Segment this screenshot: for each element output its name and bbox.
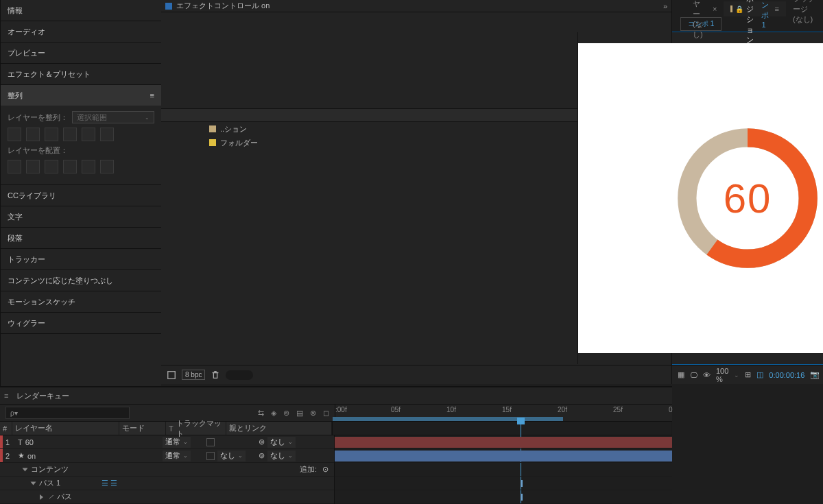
distribute-button[interactable] xyxy=(63,160,77,173)
align-button[interactable] xyxy=(45,128,58,141)
motion-blur-icon[interactable]: ⊚ xyxy=(283,409,289,418)
frame-blend-icon[interactable]: ◈ xyxy=(271,409,276,418)
layer-row[interactable]: 2 ★ on 通常⌄ なし⌄ ⊚なし⌄ xyxy=(0,449,334,463)
distribute-button[interactable] xyxy=(82,160,95,173)
trackmatte-toggle[interactable] xyxy=(206,452,215,460)
comp-color-icon xyxy=(730,5,732,12)
panel-title: トラッカー xyxy=(8,254,45,265)
right-panel: 情報オーディオプレビューエフェクト＆プリセット整列≡ レイヤーを整列：選択範囲⌄… xyxy=(0,0,161,386)
composition-canvas[interactable]: 60 xyxy=(578,43,824,353)
parent-dropdown[interactable]: なし⌄ xyxy=(267,451,296,461)
distribute-button[interactable] xyxy=(26,160,40,173)
layer-row[interactable]: 1 T 60 通常⌄ ⊚なし⌄ xyxy=(0,435,334,449)
panel-header-6[interactable]: 文字 xyxy=(1,206,161,227)
align-button[interactable] xyxy=(63,128,77,141)
align-button[interactable] xyxy=(82,128,95,141)
brain-icon[interactable]: ⊗ xyxy=(310,409,316,418)
layer-index: 1 xyxy=(3,438,12,446)
panel-menu-icon[interactable]: ≡ xyxy=(774,5,778,13)
zoom-slider[interactable] xyxy=(226,370,253,380)
panel-header-8[interactable]: トラッカー xyxy=(1,249,161,269)
blend-mode-dropdown[interactable]: 通常⌄ xyxy=(163,437,191,448)
tab-composition[interactable]: 🔒 コンポジション コンポ 1 ≡ xyxy=(724,1,785,16)
panel-header-7[interactable]: 段落 xyxy=(1,228,161,248)
align-button[interactable] xyxy=(8,128,21,141)
zoom-value[interactable]: 100 % xyxy=(716,367,728,383)
composition-viewer[interactable]: 60 xyxy=(672,32,823,365)
bpc-button[interactable]: 8 bpc xyxy=(182,370,205,380)
distribute-button[interactable] xyxy=(45,160,58,173)
expand-chevron-icon[interactable]: » xyxy=(663,2,667,10)
property-track[interactable] xyxy=(335,477,672,490)
panel-header-5[interactable]: CCライブラリ xyxy=(1,185,161,206)
align-button[interactable] xyxy=(100,128,114,141)
distribute-button[interactable] xyxy=(8,160,21,173)
snapshot-icon[interactable]: 📷 xyxy=(810,370,820,380)
dropdown-arrow-icon[interactable]: ⌄ xyxy=(734,372,739,379)
col-mode[interactable]: モード xyxy=(119,422,166,435)
panel-header-10[interactable]: モーションスケッチ xyxy=(1,291,161,312)
pickwhip-icon[interactable]: ⊚ xyxy=(259,451,265,460)
align-label: レイヤーを整列： xyxy=(8,112,68,123)
property-row[interactable]: パス 1☰ ☰ xyxy=(0,477,334,490)
layer-bar[interactable] xyxy=(335,437,672,448)
panel-header-2[interactable]: プレビュー xyxy=(1,43,161,63)
current-time[interactable]: 0:00:00:16 xyxy=(769,371,804,379)
keyframe-icon[interactable] xyxy=(521,494,523,501)
panel-header-1[interactable]: オーディオ xyxy=(1,21,161,42)
panel-header-9[interactable]: コンテンツに応じた塗りつぶし xyxy=(1,270,161,291)
keyframe-icon[interactable] xyxy=(521,480,523,487)
magnify-icon[interactable]: ▦ xyxy=(678,370,684,380)
twirl-icon[interactable] xyxy=(40,494,43,500)
align-button[interactable] xyxy=(26,128,40,141)
project-settings-icon[interactable] xyxy=(167,370,176,380)
property-row[interactable]: コンテンツ追加:⊙ xyxy=(0,463,334,477)
property-row[interactable]: ⟋ パス xyxy=(0,490,334,504)
monitor-icon[interactable]: 🖵 xyxy=(690,370,697,380)
twirl-icon[interactable] xyxy=(31,481,36,485)
trash-icon[interactable] xyxy=(211,370,220,380)
panel-header-11[interactable]: ウィグラー xyxy=(1,313,161,333)
pickwhip-icon[interactable]: ⊚ xyxy=(259,437,265,446)
tab-footage[interactable]: フッテージ (なし) xyxy=(786,1,823,16)
guides-icon[interactable]: ◫ xyxy=(756,370,763,380)
panel-header-3[interactable]: エフェクト＆プリセット xyxy=(1,64,161,84)
distribute-button[interactable] xyxy=(100,160,114,173)
lock-icon[interactable]: 🔒 xyxy=(735,5,743,13)
render-queue-tab[interactable]: レンダーキュー xyxy=(16,391,69,401)
grid-icon[interactable]: ⊞ xyxy=(745,370,751,380)
parent-dropdown[interactable]: なし⌄ xyxy=(267,437,296,448)
layer-name[interactable]: T 60 xyxy=(12,438,163,446)
add-button-icon[interactable]: ⊙ xyxy=(322,465,329,474)
close-icon[interactable]: × xyxy=(713,5,717,13)
property-link-icon[interactable]: ☰ ☰ xyxy=(102,479,117,488)
viewer-footer: ▦ 🖵 👁 100 % ⌄ ⊞ ◫ 0:00:00:16 📷 ⊘ (フル画質) … xyxy=(672,365,823,384)
panel-menu-icon[interactable]: ≡ xyxy=(4,392,8,400)
layer-track[interactable] xyxy=(335,435,672,449)
layer-bar[interactable] xyxy=(335,451,672,461)
col-index[interactable]: # xyxy=(0,422,12,435)
panel-menu-icon[interactable]: ≡ xyxy=(150,91,154,99)
panel-header-0[interactable]: 情報 xyxy=(1,0,161,21)
trackmatte-toggle[interactable] xyxy=(206,438,215,446)
effect-controls-tab[interactable]: エフェクトコントロール on » xyxy=(161,0,671,12)
item-name: ..ション xyxy=(220,124,247,134)
col-layer-name[interactable]: レイヤー名 xyxy=(12,422,119,435)
blend-mode-dropdown[interactable]: 通常⌄ xyxy=(163,451,191,461)
col-trackmatte[interactable]: Tトラックマット xyxy=(166,422,226,435)
layer-name[interactable]: ★ on xyxy=(12,451,163,460)
property-track[interactable] xyxy=(335,490,672,504)
timeline-search-input[interactable]: ρ▾ xyxy=(5,407,130,419)
layer-track[interactable] xyxy=(335,449,672,463)
mask-icon[interactable]: 👁 xyxy=(703,370,711,380)
tab-layer[interactable]: レイヤー (なし)× xyxy=(686,1,724,16)
trackmatte-dropdown[interactable]: なし⌄ xyxy=(217,451,246,461)
align-target-dropdown[interactable]: 選択範囲⌄ xyxy=(72,111,154,123)
shy-icon[interactable]: ⇆ xyxy=(258,409,264,418)
twirl-icon[interactable] xyxy=(23,468,28,471)
col-parent[interactable]: 親とリンク xyxy=(226,422,332,435)
panel-header-4[interactable]: 整列≡ xyxy=(1,85,161,106)
property-track[interactable] xyxy=(335,463,672,477)
draft3d-icon[interactable]: ◻ xyxy=(323,409,329,418)
graph-editor-icon[interactable]: ▤ xyxy=(296,409,303,418)
